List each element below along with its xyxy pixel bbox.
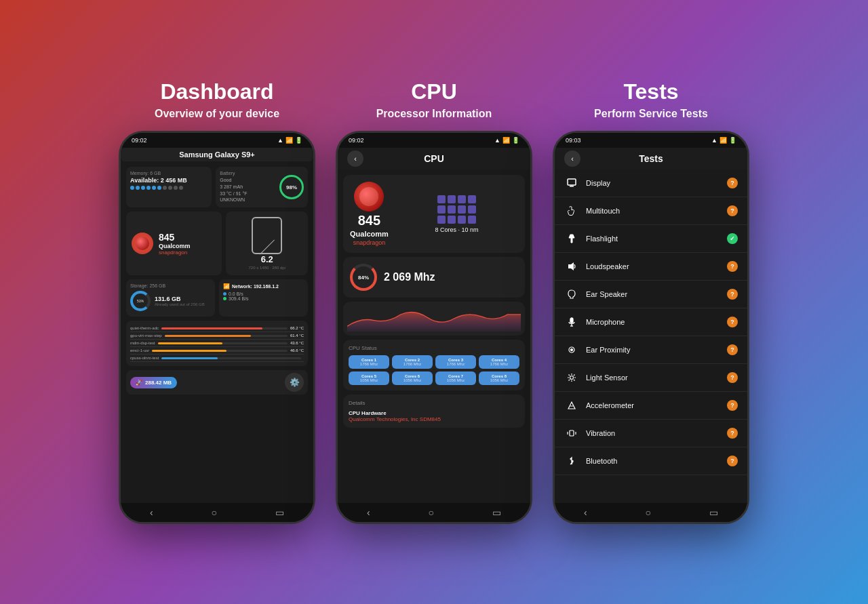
display-badge: ? <box>727 178 738 188</box>
cpu-nav-home-icon[interactable]: ○ <box>429 507 434 518</box>
temp-list: quiet-therm-adc 66.2 °C gpu-virt-max-ste… <box>126 321 308 366</box>
nav-back-icon[interactable]: ‹ <box>150 507 153 518</box>
dot-2 <box>136 186 140 190</box>
cpu-freq-val: 2 069 Mhz <box>384 271 435 283</box>
storage-sub: Already used out of 256 GB <box>155 302 205 306</box>
display-line <box>260 240 275 255</box>
ear-speaker-badge: ? <box>727 289 738 300</box>
loudspeaker-badge: ? <box>727 261 738 272</box>
cpu-chart <box>343 302 525 336</box>
storage-donut: 51% <box>130 291 151 311</box>
cpu-signal-icon: 📶 <box>502 137 510 144</box>
storage-gb: 131.6 GB <box>155 296 205 302</box>
cpu-status-section: CPU Status Cores 1 1766 Mhz Cores 2 1766… <box>343 340 525 390</box>
cpu-nav-back-icon[interactable]: ‹ <box>367 507 370 518</box>
test-display[interactable]: Display ? <box>555 169 747 197</box>
test-light-sensor[interactable]: Light Sensor ? <box>555 364 747 392</box>
ear-speaker-icon <box>564 287 579 302</box>
grid-1 <box>437 195 446 203</box>
cpu-panel: CPU Processor Information 09:02 ▲ 📶 🔋 ‹ … <box>336 80 532 524</box>
tests-status-time: 09:03 <box>566 137 581 144</box>
accelerometer-badge: ? <box>727 400 738 411</box>
battery-circle: 98% <box>279 175 304 199</box>
ram-badge[interactable]: 🚀 288.42 MB <box>130 377 177 388</box>
display-res: 720 x 1480 · 280 dpi <box>249 266 285 270</box>
multitouch-icon <box>564 203 579 218</box>
dot-6 <box>157 186 161 190</box>
svg-rect-1 <box>570 186 574 187</box>
action-bar: 🚀 288.42 MB ⚙️ <box>126 370 308 395</box>
flashlight-icon <box>564 231 579 246</box>
nav-home-icon[interactable]: ○ <box>212 507 217 518</box>
test-vibration[interactable]: Vibration ? <box>555 420 747 447</box>
tests-back-button[interactable]: ‹ <box>564 150 580 167</box>
cpu-nav-recents-icon[interactable]: ▭ <box>492 507 501 518</box>
test-microphone[interactable]: Microphone ? <box>555 308 747 336</box>
cpu-battery-icon: 🔋 <box>512 137 519 144</box>
core-5: Cores 5 1056 Mhz <box>349 371 389 385</box>
dashboard-phone: 09:02 ▲ 📶 🔋 Samsung Galaxy S9+ Memory: 6… <box>119 131 315 524</box>
detail-hw: CPU Hardware <box>349 410 519 416</box>
cpu-content: 845 Qualcomm snapdragon <box>338 169 530 503</box>
test-flashlight[interactable]: Flashlight ✓ <box>555 225 747 253</box>
tests-screen: 09:03 ▲ 📶 🔋 ‹ Tests <box>555 133 747 522</box>
snap-logo <box>354 182 384 212</box>
grid-4 <box>468 195 476 203</box>
svg-line-14 <box>569 375 570 376</box>
loudspeaker-name: Loudspeaker <box>586 262 720 270</box>
tests-nav-back-icon[interactable]: ‹ <box>584 507 587 518</box>
battery-current: 3 287 mAh <box>220 184 274 190</box>
dot-3 <box>141 186 145 190</box>
cpu-snapdragon: snapdragon <box>353 239 386 246</box>
cpu-dash-card: 845 Qualcomm snapdragon <box>126 212 222 275</box>
tests-nav-recents-icon[interactable]: ▭ <box>709 507 718 518</box>
app-container: Dashboard Overview of your device 09:02 … <box>98 66 770 538</box>
dashboard-screen: 09:02 ▲ 📶 🔋 Samsung Galaxy S9+ Memory: 6… <box>121 133 313 522</box>
grid-9 <box>437 216 446 224</box>
svg-line-15 <box>574 380 575 381</box>
wifi-icon-net: 📶 <box>223 283 230 289</box>
light-sensor-name: Light Sensor <box>586 374 720 382</box>
display-icon <box>564 176 579 190</box>
bluetooth-name: Bluetooth <box>586 457 720 465</box>
test-loudspeaker[interactable]: Loudspeaker ? <box>555 253 747 281</box>
detail-val: Qualcomm Technologies, Inc SDM845 <box>349 416 519 422</box>
battery-card: Battery Good 3 287 mAh 33 °C / 91 °F UNK… <box>216 167 308 207</box>
storage-card: Storage: 256 GB 51% 131.6 GB Already use… <box>126 279 215 317</box>
temp-item-1: quiet-therm-adc 66.2 °C <box>130 325 304 332</box>
cpu-status-label: CPU Status <box>349 345 519 351</box>
nav-recents-icon[interactable]: ▭ <box>275 507 284 518</box>
light-sensor-badge: ? <box>727 372 738 383</box>
test-ear-speaker[interactable]: Ear Speaker ? <box>555 281 747 308</box>
cpu-usage-circle: 84% <box>350 264 377 291</box>
battery-temp: 33 °C / 91 °F <box>220 190 274 197</box>
svg-rect-4 <box>570 318 573 323</box>
ear-proximity-name: Ear Proximity <box>586 346 720 354</box>
cpu-back-button[interactable]: ‹ <box>347 150 363 167</box>
svg-line-17 <box>569 380 570 381</box>
tests-nav-home-icon[interactable]: ○ <box>646 507 651 518</box>
grid-2 <box>448 195 456 203</box>
storage-used: 51% <box>137 299 144 303</box>
bluetooth-badge: ? <box>727 456 738 466</box>
svg-point-8 <box>571 349 573 351</box>
memory-dots <box>130 186 208 190</box>
test-bluetooth[interactable]: Bluetooth ? <box>555 447 747 475</box>
test-accelerometer[interactable]: Accelerometer ? <box>555 392 747 420</box>
cpu-details-section: Details CPU Hardware Qualcomm Technologi… <box>343 395 525 428</box>
test-multitouch[interactable]: Multitouch ? <box>555 197 747 225</box>
test-ear-proximity[interactable]: Ear Proximity ? <box>555 336 747 364</box>
tests-subtitle: Perform Service Tests <box>594 108 708 120</box>
cpu-info-dash: 845 Qualcomm snapdragon <box>159 232 191 256</box>
gear-button[interactable]: ⚙️ <box>285 373 304 392</box>
microphone-name: Microphone <box>586 318 720 326</box>
cpu-right-info: 8 Cores · 10 nm <box>395 195 518 233</box>
tests-status-icons: ▲ 📶 🔋 <box>711 137 736 144</box>
core-6: Cores 6 1056 Mhz <box>392 371 433 385</box>
status-icons: ▲ 📶 🔋 <box>277 137 302 144</box>
tests-wifi-icon: ▲ <box>711 137 717 144</box>
cpu-model-dash: 845 <box>159 232 191 243</box>
cpu-display-row: 845 Qualcomm snapdragon 6.2 720 x 1480 ·… <box>126 212 308 275</box>
cpu-qualcomm: Qualcomm <box>350 230 389 238</box>
core-4: Cores 4 1766 Mhz <box>479 355 519 369</box>
